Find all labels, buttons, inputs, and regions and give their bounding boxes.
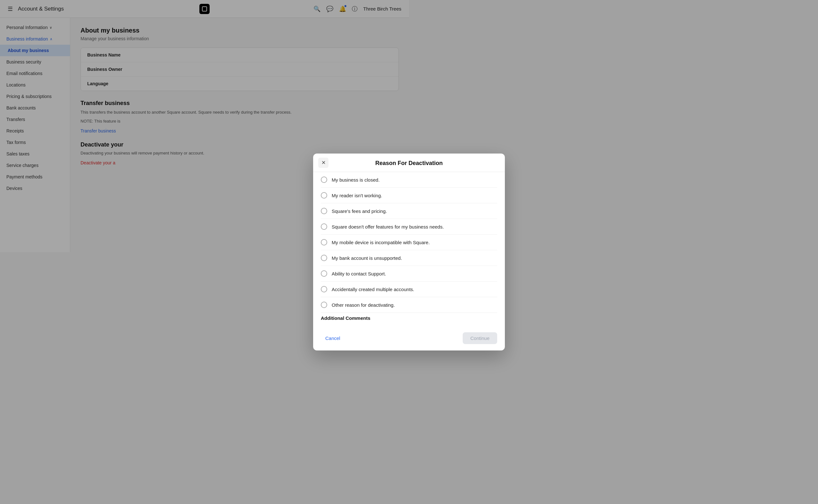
radio-option-2[interactable]: My reader isn't working. — [321, 188, 409, 203]
radio-label-3: Square's fees and pricing. — [332, 208, 387, 214]
radio-label-5: My mobile device is incompatible with Sq… — [332, 240, 409, 245]
radio-label-4: Square doesn't offer features for my bus… — [332, 224, 409, 229]
radio-circle-2 — [321, 192, 327, 199]
radio-circle-3 — [321, 208, 327, 214]
modal-header: ✕ Reason For Deactivation — [313, 154, 409, 172]
radio-label-2: My reader isn't working. — [332, 193, 382, 198]
radio-circle-5 — [321, 239, 327, 245]
radio-option-1[interactable]: My business is closed. — [321, 172, 409, 188]
radio-option-5[interactable]: My mobile device is incompatible with Sq… — [321, 235, 409, 250]
modal-close-button[interactable]: ✕ — [318, 158, 329, 168]
radio-circle-4 — [321, 223, 327, 230]
radio-label-1: My business is closed. — [332, 177, 380, 183]
modal-title: Reason For Deactivation — [375, 160, 409, 167]
radio-option-4[interactable]: Square doesn't offer features for my bus… — [321, 219, 409, 235]
deactivation-modal: ✕ Reason For Deactivation My business is… — [313, 154, 409, 252]
radio-option-6[interactable]: My bank account is unsupported. — [321, 250, 409, 252]
modal-body: My business is closed. My reader isn't w… — [313, 172, 409, 252]
radio-option-3[interactable]: Square's fees and pricing. — [321, 203, 409, 219]
radio-circle-1 — [321, 177, 327, 183]
modal-overlay: ✕ Reason For Deactivation My business is… — [0, 0, 409, 252]
